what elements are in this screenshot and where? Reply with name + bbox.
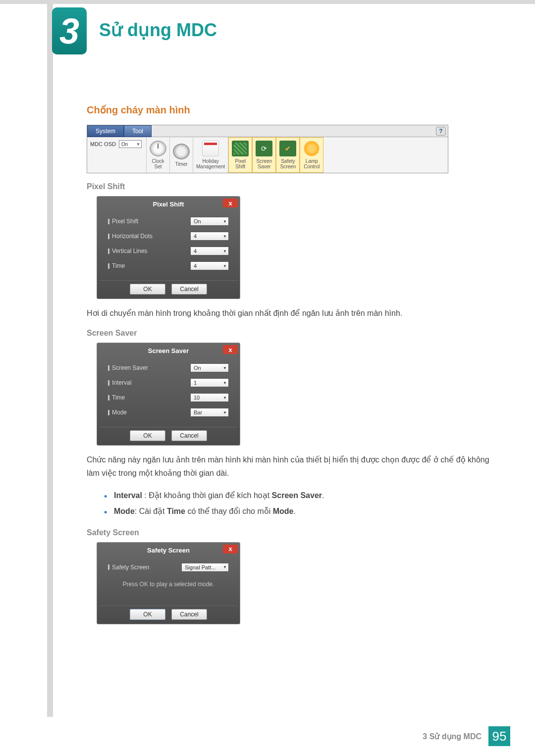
label-horizontal-dots: Horizontal Dots bbox=[108, 233, 153, 240]
lamp-icon bbox=[303, 141, 320, 156]
safety-message: Press OK to play a selected mode. bbox=[108, 581, 229, 588]
tab-system[interactable]: System bbox=[87, 125, 124, 137]
dialog-title: Safety Screen x bbox=[99, 545, 238, 556]
toolbar-screen-saver[interactable]: Screen Saver bbox=[252, 137, 276, 173]
side-strip bbox=[47, 4, 53, 717]
dropdown-pixel-shift[interactable]: On bbox=[190, 217, 229, 226]
mdc-osd-dropdown[interactable]: On bbox=[119, 140, 142, 148]
label-pixel-shift: Pixel Shift bbox=[108, 218, 138, 225]
ok-button[interactable]: OK bbox=[130, 284, 165, 295]
dropdown-mode[interactable]: Bar bbox=[190, 408, 229, 417]
dialog-footer: OK Cancel bbox=[99, 427, 238, 443]
pixel-shift-description: Hơi di chuyển màn hình trong khoảng thời… bbox=[87, 306, 495, 320]
safety-screen-icon bbox=[279, 141, 296, 156]
dropdown-horizontal-dots[interactable]: 4 bbox=[190, 232, 229, 241]
label-interval: Interval bbox=[108, 379, 131, 386]
cancel-button[interactable]: Cancel bbox=[171, 609, 207, 620]
dialog-body: Pixel Shift On Horizontal Dots 4 Vertica… bbox=[99, 210, 238, 280]
label-time: Time bbox=[108, 394, 125, 401]
dropdown-screen-saver[interactable]: On bbox=[190, 363, 229, 372]
row-safety-screen: Safety Screen Signal Patt... bbox=[108, 563, 229, 572]
ok-button[interactable]: OK bbox=[130, 430, 165, 441]
row-horizontal-dots: Horizontal Dots 4 bbox=[108, 232, 229, 241]
tab-row: System Tool ? bbox=[87, 125, 448, 137]
timer-icon bbox=[173, 144, 190, 159]
dropdown-safety-screen[interactable]: Signal Patt... bbox=[181, 563, 229, 572]
close-button[interactable]: x bbox=[223, 199, 238, 207]
footer: 3 Sử dụng MDC 95 bbox=[423, 726, 510, 746]
pixel-shift-icon bbox=[232, 141, 249, 156]
dropdown-time[interactable]: 4 bbox=[190, 261, 229, 270]
bullet-mode: Mode: Cài đặt Time có thể thay đổi cho m… bbox=[104, 504, 495, 519]
pixel-shift-heading: Pixel Shift bbox=[87, 182, 495, 191]
dialog-footer: OK Cancel bbox=[99, 605, 238, 622]
row-pixel-shift: Pixel Shift On bbox=[108, 217, 229, 226]
label-mode: Mode bbox=[108, 409, 127, 416]
chapter-title: Sử dụng MDC bbox=[99, 20, 217, 41]
toolbar-body: MDC OSD On Clock Set Timer Holiday Manag… bbox=[87, 137, 448, 173]
toolbar-lamp-control[interactable]: Lamp Control bbox=[300, 137, 323, 173]
screen-saver-icon bbox=[256, 141, 272, 156]
page-header: 3 Sử dụng MDC bbox=[0, 0, 535, 59]
mdc-osd-label: MDC OSD bbox=[90, 141, 116, 147]
label-vertical-lines: Vertical Lines bbox=[108, 248, 147, 254]
toolbar-clock-set[interactable]: Clock Set bbox=[147, 137, 170, 173]
dialog-footer: OK Cancel bbox=[99, 280, 238, 297]
safety-screen-heading: Safety Screen bbox=[87, 528, 495, 537]
toolbar-pixel-shift[interactable]: Pixel Shift bbox=[228, 137, 252, 173]
dropdown-time[interactable]: 10 bbox=[190, 393, 229, 402]
toolbar-timer[interactable]: Timer bbox=[170, 137, 193, 173]
row-vertical-lines: Vertical Lines 4 bbox=[108, 247, 229, 255]
page-number: 95 bbox=[488, 726, 510, 746]
cancel-button[interactable]: Cancel bbox=[171, 430, 207, 441]
toolbar-screenshot: System Tool ? MDC OSD On Clock Set Timer… bbox=[87, 125, 448, 173]
mdc-osd-block: MDC OSD On bbox=[87, 137, 147, 173]
footer-text: 3 Sử dụng MDC bbox=[423, 732, 482, 741]
dialog-body: Safety Screen Signal Patt... Press OK to… bbox=[99, 556, 238, 605]
cancel-button[interactable]: Cancel bbox=[171, 284, 207, 295]
content-area: Chống cháy màn hình System Tool ? MDC OS… bbox=[87, 104, 495, 624]
dropdown-interval[interactable]: 1 bbox=[190, 378, 229, 387]
dialog-title: Screen Saver x bbox=[99, 345, 238, 356]
row-time: Time 4 bbox=[108, 261, 229, 270]
row-time: Time 10 bbox=[108, 393, 229, 402]
screen-saver-dialog: Screen Saver x Screen Saver On Interval … bbox=[97, 343, 240, 446]
dropdown-vertical-lines[interactable]: 4 bbox=[190, 247, 229, 255]
label-time: Time bbox=[108, 262, 125, 269]
chapter-number-box: 3 bbox=[52, 7, 87, 54]
tab-tool[interactable]: Tool bbox=[124, 125, 152, 137]
close-button[interactable]: x bbox=[223, 345, 238, 354]
screen-saver-bullets: Interval : Đặt khoảng thời gian để kích … bbox=[104, 488, 495, 519]
chapter-number: 3 bbox=[59, 11, 79, 51]
row-mode: Mode Bar bbox=[108, 408, 229, 417]
label-screen-saver: Screen Saver bbox=[108, 364, 148, 371]
label-safety-screen: Safety Screen bbox=[108, 564, 149, 571]
dialog-title: Pixel Shift x bbox=[99, 199, 238, 210]
screen-saver-description: Chức năng này ngăn lưu ảnh trên màn hình… bbox=[87, 453, 495, 480]
ok-button[interactable]: OK bbox=[130, 609, 165, 620]
close-button[interactable]: x bbox=[223, 545, 238, 554]
row-interval: Interval 1 bbox=[108, 378, 229, 387]
toolbar-safety-screen[interactable]: Safety Screen bbox=[276, 137, 300, 173]
bullet-interval: Interval : Đặt khoảng thời gian để kích … bbox=[104, 488, 495, 504]
calendar-icon bbox=[202, 141, 219, 156]
clock-icon bbox=[150, 141, 166, 156]
row-screen-saver: Screen Saver On bbox=[108, 363, 229, 372]
pixel-shift-dialog: Pixel Shift x Pixel Shift On Horizontal … bbox=[97, 196, 240, 299]
section-heading: Chống cháy màn hình bbox=[87, 104, 495, 116]
screen-saver-heading: Screen Saver bbox=[87, 329, 495, 338]
help-button[interactable]: ? bbox=[436, 127, 446, 136]
safety-screen-dialog: Safety Screen x Safety Screen Signal Pat… bbox=[97, 542, 240, 624]
dialog-body: Screen Saver On Interval 1 Time 10 Mode … bbox=[99, 356, 238, 427]
toolbar-holiday[interactable]: Holiday Management bbox=[193, 137, 228, 173]
